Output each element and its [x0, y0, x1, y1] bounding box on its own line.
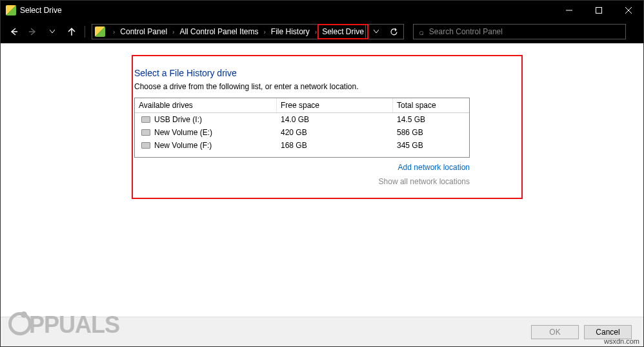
forward-button[interactable]	[24, 23, 42, 41]
drive-icon	[141, 142, 150, 149]
watermark-logo: PPUALS	[8, 311, 119, 339]
search-input[interactable]	[429, 27, 625, 36]
link-row: Add network location	[134, 163, 470, 172]
page-heading: Select a File History drive	[134, 68, 520, 78]
recent-dropdown[interactable]	[43, 23, 61, 41]
drive-free: 420 GB	[277, 126, 393, 139]
drive-name: New Volume (F:)	[154, 141, 212, 150]
chevron-right-icon: ›	[259, 28, 269, 36]
main-panel: Select a File History drive Choose a dri…	[133, 56, 521, 198]
search-box[interactable]: ⌕	[413, 24, 626, 39]
ok-button[interactable]: OK	[531, 325, 579, 339]
breadcrumb-item-current[interactable]: Select Drive	[321, 27, 365, 36]
breadcrumb-item[interactable]: All Control Panel Items	[178, 27, 259, 36]
window-title: Select Drive	[20, 6, 554, 15]
arrow-left-icon	[9, 27, 18, 36]
table-row[interactable]: New Volume (F:) 168 GB 345 GB	[135, 139, 469, 152]
close-icon	[625, 7, 632, 14]
maximize-button[interactable]	[584, 1, 614, 20]
drive-name: New Volume (E:)	[154, 128, 212, 137]
back-button[interactable]	[5, 23, 23, 41]
app-icon	[6, 5, 16, 16]
separator	[85, 26, 85, 37]
minimize-icon	[566, 7, 572, 14]
svg-rect-1	[596, 8, 602, 14]
column-header-name[interactable]: Available drives	[135, 98, 277, 112]
address-bar[interactable]: › Control Panel › All Control Panel Item…	[92, 24, 366, 39]
titlebar: Select Drive	[1, 1, 643, 20]
breadcrumb-item[interactable]: Control Panel	[119, 27, 168, 36]
minimize-button[interactable]	[554, 1, 584, 20]
maximize-icon	[596, 7, 602, 14]
drive-total: 14.5 GB	[393, 113, 469, 126]
drive-free: 168 GB	[277, 139, 393, 152]
add-network-link[interactable]: Add network location	[398, 163, 470, 172]
page-subtext: Choose a drive from the following list, …	[134, 82, 520, 91]
refresh-button[interactable]	[385, 25, 403, 39]
show-all-network-link[interactable]: Show all network locations	[379, 177, 470, 186]
chevron-right-icon: ›	[168, 28, 178, 36]
column-header-free[interactable]: Free space	[277, 98, 393, 112]
address-dropdown[interactable]	[367, 25, 385, 39]
table-header: Available drives Free space Total space	[135, 98, 469, 113]
location-icon	[95, 26, 105, 37]
arrow-up-icon	[67, 27, 76, 36]
drive-icon	[141, 116, 150, 123]
close-button[interactable]	[614, 1, 643, 20]
table-row[interactable]: USB Drive (I:) 14.0 GB 14.5 GB	[135, 113, 469, 126]
table-body: USB Drive (I:) 14.0 GB 14.5 GB New Volum…	[135, 113, 469, 157]
watermark-source: wsxdn.com	[604, 337, 639, 345]
arrow-right-icon	[28, 27, 37, 36]
chevron-right-icon: ›	[109, 28, 119, 36]
chevron-down-icon	[50, 30, 55, 34]
drive-free: 14.0 GB	[277, 113, 393, 126]
link-row: Show all network locations	[134, 177, 470, 186]
drive-icon	[141, 129, 150, 136]
table-row[interactable]: New Volume (E:) 420 GB 586 GB	[135, 126, 469, 139]
drive-table: Available drives Free space Total space …	[134, 98, 470, 158]
navbar: › Control Panel › All Control Panel Item…	[1, 20, 643, 43]
chevron-down-icon	[374, 30, 379, 34]
breadcrumb-item[interactable]: File History	[270, 27, 311, 36]
drive-total: 345 GB	[393, 139, 469, 152]
up-button[interactable]	[63, 23, 81, 41]
refresh-icon	[390, 28, 398, 36]
column-header-total[interactable]: Total space	[393, 98, 469, 112]
address-tail	[367, 24, 404, 39]
search-icon: ⌕	[414, 27, 429, 37]
drive-total: 586 GB	[393, 126, 469, 139]
drive-name: USB Drive (I:)	[154, 115, 202, 124]
content-area: Select a File History drive Choose a dri…	[1, 43, 643, 317]
chevron-right-icon: ›	[311, 28, 321, 36]
